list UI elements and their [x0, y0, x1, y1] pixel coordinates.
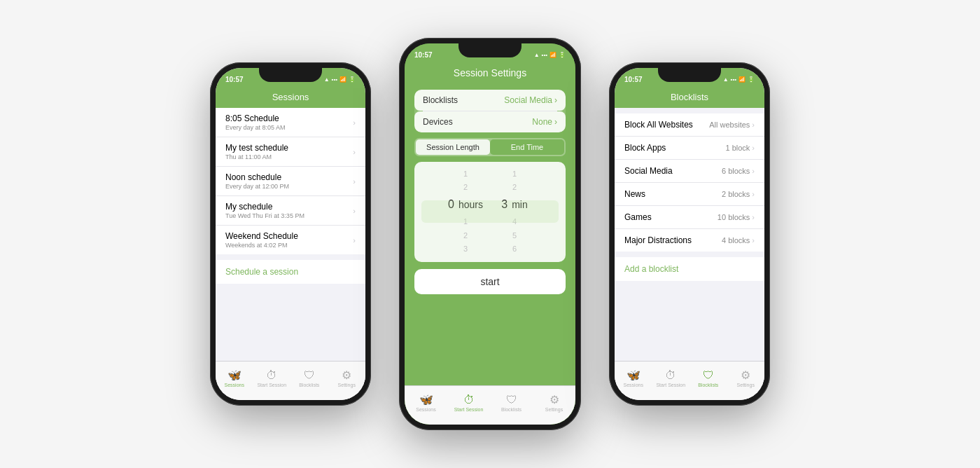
app-header-3: Blocklists	[615, 88, 764, 108]
status-time-2: 10:57	[414, 51, 433, 59]
status-time-1: 10:57	[225, 76, 244, 83]
list-item[interactable]: Block All Websites All websites ›	[615, 113, 764, 137]
sessions-icon: 🦋	[419, 394, 433, 406]
tab-start-session[interactable]: ⏱ Start Session	[447, 394, 490, 412]
tab-sessions[interactable]: 🦋 Sessions	[615, 370, 652, 387]
blocklists-icon: 🛡	[703, 370, 714, 381]
time-picker[interactable]: 1 2 0 hours 1 2 3 1 2	[414, 162, 566, 263]
tab-bar-3: 🦋 Sessions ⏱ Start Session 🛡 Blocklists …	[615, 361, 764, 400]
start-session-icon: ⏱	[266, 370, 277, 381]
start-session-icon: ⏱	[463, 394, 475, 406]
status-icons-3: ▲ ••• 📶 🔋	[723, 76, 755, 83]
blocklists-value: Social Media ›	[504, 95, 557, 105]
tab-sessions[interactable]: 🦋 Sessions	[216, 370, 253, 387]
session-length-segment[interactable]: Session Length	[416, 139, 490, 155]
minutes-picker[interactable]: 1 2 3 min 4 5 6	[490, 167, 539, 257]
devices-row[interactable]: Devices None ›	[414, 111, 566, 132]
list-item[interactable]: Weekend Schedule Weekends at 4:02 PM ›	[216, 226, 365, 254]
tab-settings[interactable]: ⚙ Settings	[727, 370, 765, 387]
tab-bar-2: 🦋 Sessions ⏱ Start Session 🛡 Blocklists …	[405, 385, 575, 425]
tab-settings[interactable]: ⚙ Settings	[533, 394, 575, 412]
tab-settings[interactable]: ⚙ Settings	[328, 370, 366, 387]
chevron-icon: ›	[752, 121, 755, 129]
devices-value: None ›	[532, 117, 557, 127]
blocklists-icon: 🛡	[304, 370, 315, 381]
chevron-icon: ›	[353, 148, 356, 156]
end-time-segment[interactable]: End Time	[490, 139, 564, 155]
list-item[interactable]: News 2 blocks ›	[615, 183, 764, 206]
chevron-icon: ›	[752, 144, 755, 152]
phone-2: 10:57 ▲ ••• 📶 🔋 Session Settings Blockli…	[399, 38, 581, 430]
sessions-icon: 🦋	[626, 370, 640, 381]
notch-2	[458, 43, 522, 57]
blocklists-icon: 🛡	[506, 394, 517, 406]
list-item[interactable]: My schedule Tue Wed Thu Fri at 3:35 PM ›	[216, 196, 365, 226]
chevron-icon: ›	[554, 117, 557, 127]
notch-3	[658, 68, 721, 82]
blocklists-row[interactable]: Blocklists Social Media ›	[414, 90, 566, 111]
schedule-session-link[interactable]: Schedule a session	[216, 260, 365, 284]
phone-2-screen: 10:57 ▲ ••• 📶 🔋 Session Settings Blockli…	[405, 43, 575, 425]
phone-1-screen: 10:57 ▲ ••• 📶 🔋 Sessions 8:05 Schedule	[216, 68, 365, 400]
chevron-icon: ›	[554, 95, 557, 105]
settings-block: Blocklists Social Media › Devices None ›	[414, 90, 566, 132]
session-content: Blocklists Social Media › Devices None ›	[405, 84, 575, 425]
phone-3: 10:57 ▲ ••• 📶 🔋 Blocklists Block All Web…	[609, 62, 770, 406]
chevron-icon: ›	[353, 236, 356, 245]
schedules-list: 8:05 Schedule Every day at 8:05 AM › My …	[216, 108, 365, 254]
tab-blocklists[interactable]: 🛡 Blocklists	[690, 370, 727, 387]
list-item[interactable]: Block Apps 1 block ›	[615, 137, 764, 160]
chevron-icon: ›	[752, 236, 755, 245]
chevron-icon: ›	[353, 207, 356, 215]
tab-start-session[interactable]: ⏱ Start Session	[652, 370, 690, 387]
settings-icon: ⚙	[741, 370, 750, 381]
tab-sessions[interactable]: 🦋 Sessions	[405, 394, 447, 412]
list-item[interactable]: My test schedule Thu at 11:00 AM ›	[216, 137, 365, 167]
hours-picker[interactable]: 1 2 0 hours 1 2 3	[441, 167, 490, 257]
chevron-icon: ›	[353, 177, 356, 186]
tab-bar-1: 🦋 Sessions ⏱ Start Session 🛡 Blocklists …	[216, 361, 365, 400]
notch-1	[259, 68, 322, 82]
list-item[interactable]: 8:05 Schedule Every day at 8:05 AM ›	[216, 108, 365, 137]
list-item[interactable]: Social Media 6 blocks ›	[615, 160, 764, 183]
chevron-icon: ›	[752, 167, 755, 175]
phone-1: 10:57 ▲ ••• 📶 🔋 Sessions 8:05 Schedule	[210, 62, 371, 406]
status-icons-1: ▲ ••• 📶 🔋	[324, 76, 356, 83]
phone-3-screen: 10:57 ▲ ••• 📶 🔋 Blocklists Block All Web…	[615, 68, 764, 400]
settings-icon: ⚙	[342, 370, 351, 381]
blocklists-list: Block All Websites All websites › Block …	[615, 113, 764, 252]
sessions-icon: 🦋	[227, 370, 241, 381]
tab-blocklists[interactable]: 🛡 Blocklists	[290, 370, 328, 387]
chevron-icon: ›	[752, 190, 755, 198]
list-item[interactable]: Major Distractions 4 blocks ›	[615, 229, 764, 252]
add-blocklist-link[interactable]: Add a blocklist	[615, 257, 764, 281]
list-item[interactable]: Games 10 blocks ›	[615, 206, 764, 229]
segment-control: Session Length End Time	[414, 138, 566, 156]
chevron-icon: ›	[353, 118, 356, 127]
chevron-icon: ›	[752, 213, 755, 221]
app-header-2: Session Settings	[405, 63, 575, 84]
settings-icon: ⚙	[550, 394, 559, 406]
app-header-1: Sessions	[216, 88, 365, 108]
status-icons-2: ▲ ••• 📶 🔋	[534, 52, 566, 58]
tab-start-session[interactable]: ⏱ Start Session	[253, 370, 291, 387]
start-session-icon: ⏱	[665, 370, 676, 381]
list-item[interactable]: Noon schedule Every day at 12:00 PM ›	[216, 167, 365, 196]
start-button[interactable]: start	[414, 269, 566, 294]
status-time-3: 10:57	[624, 76, 643, 83]
tab-blocklists[interactable]: 🛡 Blocklists	[490, 394, 533, 412]
